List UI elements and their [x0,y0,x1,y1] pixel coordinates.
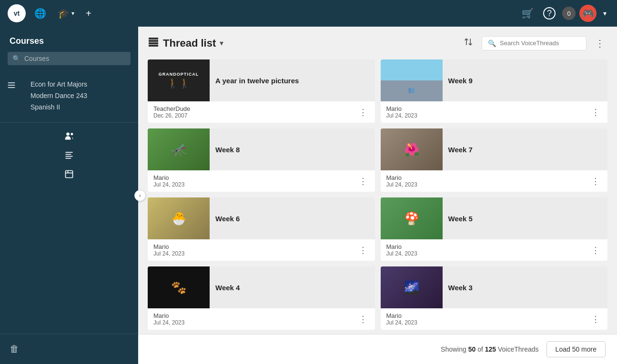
card-date-6: Jul 24, 2023 [386,250,590,257]
card-title-3: Week 8 [210,128,375,170]
card-menu-2[interactable]: ⋮ [589,106,602,118]
card-menu-4[interactable]: ⋮ [589,175,602,187]
svg-rect-9 [66,171,73,178]
card-bottom-8: Mario Jul 24, 2023 ⋮ [381,308,608,330]
svg-point-4 [71,133,73,135]
card-author-info-3: Mario Jul 24, 2023 [153,174,357,188]
sort-button[interactable] [461,34,476,52]
main-layout: Courses 🔍 Econ for Art Majors Modern Dan… [0,27,617,364]
thread-card-3[interactable]: 🦟 Week 8 Mario Jul 24, 2023 ⋮ [148,128,375,192]
sidebar-search-box[interactable]: 🔍 [8,52,131,65]
thread-card-1[interactable]: GRANDOPTICAL 🚶🚶 A year in twelve picture… [148,59,375,123]
sidebar-icons-strip [0,122,138,187]
card-top-1: GRANDOPTICAL 🚶🚶 A year in twelve picture… [148,59,375,101]
course-item-dance[interactable]: Modern Dance 243 [30,90,87,101]
card-title-6: Week 5 [443,197,608,239]
card-author-info-2: Mario Jul 24, 2023 [386,105,590,119]
card-date-4: Jul 24, 2023 [386,181,590,188]
card-thumb-4: 🌺 [381,128,443,170]
globe-icon: 🌐 [34,8,46,19]
vt-logo[interactable]: vt [8,4,26,22]
notification-badge[interactable]: 0 [562,7,576,20]
user-avatar[interactable]: 🎮 [579,5,597,22]
card-top-4: 🌺 Week 7 [381,128,608,170]
card-menu-7[interactable]: ⋮ [357,313,369,325]
card-author-info-4: Mario Jul 24, 2023 [386,174,590,188]
card-top-8: 🌌 Week 3 [381,266,608,308]
card-date-2: Jul 24, 2023 [386,112,590,119]
course-item-spanish[interactable]: Spanish II [30,101,87,113]
user-menu-chevron[interactable]: ▾ [600,7,609,20]
graduation-chevron: ▾ [71,10,74,17]
card-bottom-6: Mario Jul 24, 2023 ⋮ [381,239,608,261]
svg-rect-12 [149,43,158,44]
courses-list: Econ for Art Majors Modern Dance 243 Spa… [23,77,95,115]
load-more-button[interactable]: Load 50 more [546,341,606,357]
card-thumb-3: 🦟 [148,128,210,170]
card-author-info-5: Mario Jul 24, 2023 [153,243,357,257]
bottom-bar: Showing 50 of 125 VoiceThreads Load 50 m… [138,334,617,364]
thread-card-6[interactable]: 🍄 Week 5 Mario Jul 24, 2023 ⋮ [381,197,608,261]
card-author-info-1: TeacherDude Dec 26, 2007 [153,105,357,119]
sidebar-search-input[interactable] [24,55,126,62]
add-button[interactable]: + [83,5,94,22]
card-author-1: TeacherDude [153,105,357,112]
help-button[interactable]: ? [540,4,558,22]
thread-card-7[interactable]: 🐾 Week 4 Mario Jul 24, 2023 ⋮ [148,266,375,330]
card-thumb-6: 🍄 [381,197,443,239]
trash-button[interactable]: 🗑 [6,340,23,358]
thread-list-title: Thread list [163,37,216,49]
card-thumb-2: 👥 [381,59,443,101]
card-menu-3[interactable]: ⋮ [357,175,369,187]
thread-card-8[interactable]: 🌌 Week 3 Mario Jul 24, 2023 ⋮ [381,266,608,330]
svg-point-3 [66,133,70,136]
svg-rect-13 [149,45,158,46]
card-date-3: Jul 24, 2023 [153,181,357,188]
trash-icon: 🗑 [10,344,19,354]
card-thumb-5: 🐣 [148,197,210,239]
avatar-emoji: 🎮 [582,8,594,19]
nav-right: 🛒 ? 0 🎮 ▾ [519,4,609,22]
courses-nav-icon [0,77,23,94]
thread-title-chevron[interactable]: ▾ [220,39,223,48]
card-title-2: Week 9 [443,59,608,101]
thread-search-box[interactable]: 🔍 [482,36,587,50]
graduation-icon: 🎓 [58,8,70,19]
thread-search-input[interactable] [500,39,580,47]
card-menu-6[interactable]: ⋮ [589,244,602,256]
card-author-3: Mario [153,174,357,181]
sidebar-threads-icon[interactable] [0,146,138,165]
card-title-1: A year in twelve pictures [210,59,375,101]
card-author-info-8: Mario Jul 24, 2023 [386,312,590,326]
svg-rect-2 [8,87,15,88]
card-thumb-7: 🐾 [148,266,210,308]
help-icon: ? [543,7,556,20]
card-menu-5[interactable]: ⋮ [357,244,369,256]
thread-card-5[interactable]: 🐣 Week 6 Mario Jul 24, 2023 ⋮ [148,197,375,261]
globe-button[interactable]: 🌐 [31,5,49,22]
card-author-2: Mario [386,105,590,112]
cart-icon: 🛒 [522,8,534,19]
svg-rect-8 [66,158,71,159]
sidebar-people-icon[interactable] [0,127,138,146]
card-author-4: Mario [386,174,590,181]
thread-card-4[interactable]: 🌺 Week 7 Mario Jul 24, 2023 ⋮ [381,128,608,192]
sidebar-title: Courses [0,27,138,52]
sidebar-bottom: 🗑 [0,334,138,364]
add-icon: + [86,8,91,19]
card-title-7: Week 4 [210,266,375,308]
graduation-button[interactable]: 🎓 ▾ [55,5,77,22]
card-title-5: Week 6 [210,197,375,239]
sidebar-box-icon[interactable] [0,165,138,184]
card-menu-1[interactable]: ⋮ [357,106,369,118]
course-item-econ[interactable]: Econ for Art Majors [30,79,87,90]
sidebar-collapse-button[interactable]: ‹ [134,190,146,201]
card-thumb-1: GRANDOPTICAL 🚶🚶 [148,59,210,101]
card-author-info-7: Mario Jul 24, 2023 [153,312,357,326]
card-top-3: 🦟 Week 8 [148,128,375,170]
thread-more-button[interactable]: ⋮ [592,35,607,52]
card-menu-8[interactable]: ⋮ [589,313,602,325]
cart-button[interactable]: 🛒 [519,5,536,22]
thread-card-2[interactable]: 👥 Week 9 Mario Jul 24, 2023 ⋮ [381,59,608,123]
content-area: Thread list ▾ 🔍 ⋮ G [138,27,617,364]
